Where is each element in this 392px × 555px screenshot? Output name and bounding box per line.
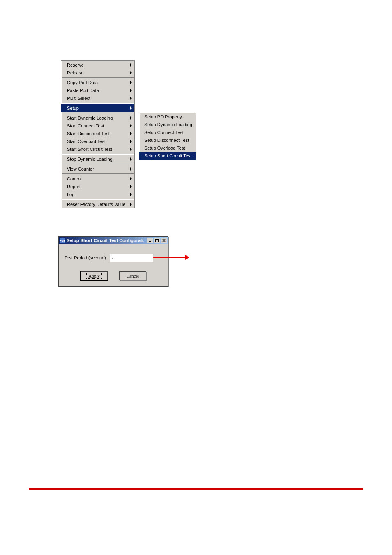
- maximize-icon: [155, 239, 159, 242]
- menu-separator: [62, 173, 134, 174]
- menu-item-label: Start Dynamic Loading: [67, 116, 113, 120]
- submenu-arrow-icon: [130, 167, 132, 171]
- submenu-arrow-icon: [130, 203, 132, 206]
- minimize-icon: [148, 239, 152, 242]
- submenu-arrow-icon: [130, 116, 132, 120]
- submenu-setup-pd-property[interactable]: Setup PD Property: [139, 113, 196, 120]
- menu-copy-port-data[interactable]: Copy Port Data: [61, 79, 134, 86]
- menu-view-counter[interactable]: View Counter: [61, 165, 134, 173]
- menu-separator: [62, 154, 134, 154]
- field-label-test-period: Test Period (second): [65, 255, 110, 260]
- submenu-setup-connect-test[interactable]: Setup Connect Test: [139, 128, 196, 136]
- submenu-setup-short-circuit-test[interactable]: Setup Short Circuit Test: [139, 152, 196, 160]
- minimize-button[interactable]: [147, 238, 153, 243]
- context-menu-main: ReserveReleaseCopy Port DataPaste Port D…: [61, 60, 135, 208]
- context-submenu-setup: Setup PD PropertySetup Dynamic LoadingSe…: [139, 112, 196, 160]
- apply-button[interactable]: Apply: [81, 271, 108, 280]
- menu-stop-dynamic-loading[interactable]: Stop Dynamic Loading: [61, 155, 134, 163]
- input-test-period[interactable]: [110, 254, 152, 261]
- submenu-arrow-icon: [130, 177, 132, 180]
- menu-item-label: Reserve: [67, 62, 84, 67]
- menu-item-label: Setup Disconnect Test: [144, 138, 189, 143]
- menu-item-label: Stop Dynamic Loading: [67, 157, 113, 162]
- menu-item-label: Setup PD Property: [144, 114, 182, 119]
- close-icon: [162, 239, 166, 242]
- menu-release[interactable]: Release: [61, 69, 134, 76]
- menu-item-label: Control: [67, 176, 81, 181]
- dialog-title: Setup Short Circuit Test Configurati...: [67, 238, 146, 243]
- submenu-arrow-icon: [130, 106, 132, 110]
- close-button[interactable]: [161, 238, 167, 243]
- menu-item-label: Multi Select: [67, 96, 90, 101]
- menu-report[interactable]: Report: [61, 183, 134, 190]
- submenu-arrow-icon: [130, 140, 132, 143]
- svg-rect-2: [155, 239, 159, 240]
- submenu-setup-dynamic-loading[interactable]: Setup Dynamic Loading: [139, 120, 196, 128]
- menu-control[interactable]: Control: [61, 175, 134, 183]
- svg-rect-0: [149, 241, 151, 242]
- menu-item-label: Start Short Circuit Test: [67, 147, 112, 152]
- submenu-arrow-icon: [130, 81, 132, 84]
- menu-start-connect-test[interactable]: Start Connect Test: [61, 122, 134, 130]
- menu-item-label: Start Connect Test: [67, 123, 104, 128]
- menu-start-overload-test[interactable]: Start Overload Test: [61, 137, 134, 145]
- menu-item-label: Setup Overload Test: [144, 146, 185, 150]
- submenu-arrow-icon: [130, 97, 132, 100]
- menu-item-label: Reset Factory Defaults Value: [67, 202, 125, 207]
- submenu-arrow-icon: [130, 63, 132, 67]
- footer-rule: [29, 488, 363, 490]
- submenu-arrow-icon: [130, 148, 132, 151]
- menu-item-label: Setup Connect Test: [144, 130, 184, 135]
- menu-start-disconnect-test[interactable]: Start Disconnect Test: [61, 130, 134, 137]
- menu-setup[interactable]: Setup: [61, 104, 134, 112]
- menu-paste-port-data[interactable]: Paste Port Data: [61, 86, 134, 94]
- submenu-arrow-icon: [130, 193, 132, 196]
- menu-start-short-circuit-test[interactable]: Start Short Circuit Test: [61, 145, 134, 153]
- menu-separator: [62, 199, 134, 199]
- menu-item-label: Paste Port Data: [67, 88, 99, 93]
- dialog-titlebar[interactable]: PoE Setup Short Circuit Test Configurati…: [59, 237, 168, 244]
- submenu-arrow-icon: [130, 157, 132, 161]
- cancel-button[interactable]: Cancel: [119, 271, 146, 280]
- submenu-arrow-icon: [130, 71, 132, 74]
- menu-item-label: Setup Short Circuit Test: [144, 153, 191, 158]
- menu-item-label: Release: [67, 70, 83, 75]
- submenu-arrow-icon: [130, 185, 132, 188]
- menu-item-label: View Counter: [67, 166, 94, 171]
- menu-item-label: Copy Port Data: [67, 80, 98, 85]
- menu-multi-select[interactable]: Multi Select: [61, 94, 134, 102]
- submenu-setup-disconnect-test[interactable]: Setup Disconnect Test: [139, 136, 196, 144]
- dialog-setup-short-circuit-test: PoE Setup Short Circuit Test Configurati…: [58, 236, 168, 287]
- menu-item-label: Report: [67, 184, 81, 189]
- submenu-setup-overload-test[interactable]: Setup Overload Test: [139, 144, 196, 152]
- submenu-arrow-icon: [130, 124, 132, 127]
- menu-item-label: Start Overload Test: [67, 139, 106, 144]
- submenu-arrow-icon: [130, 89, 132, 92]
- menu-separator: [62, 113, 134, 113]
- menu-start-dynamic-loading[interactable]: Start Dynamic Loading: [61, 114, 134, 122]
- submenu-arrow-icon: [130, 132, 132, 135]
- menu-item-label: Log: [67, 192, 74, 197]
- menu-item-label: Start Disconnect Test: [67, 131, 110, 136]
- menu-separator: [62, 77, 134, 78]
- menu-reserve[interactable]: Reserve: [61, 61, 134, 69]
- menu-separator: [62, 103, 134, 103]
- menu-item-label: Setup: [67, 106, 79, 111]
- menu-reset-factory-defaults[interactable]: Reset Factory Defaults Value: [61, 200, 134, 208]
- menu-item-label: Setup Dynamic Loading: [144, 122, 192, 127]
- menu-separator: [62, 164, 134, 164]
- app-icon: PoE: [60, 238, 65, 243]
- menu-log[interactable]: Log: [61, 190, 134, 198]
- maximize-button[interactable]: [154, 238, 160, 243]
